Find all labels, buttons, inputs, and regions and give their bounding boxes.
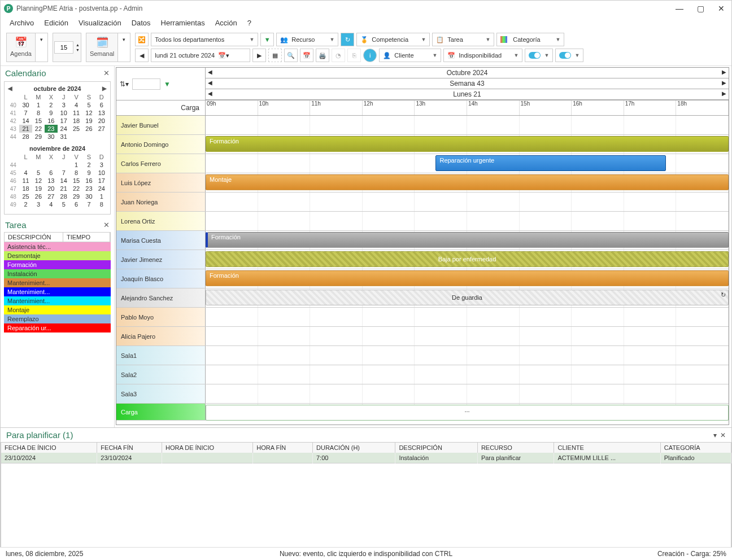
cal-day[interactable]: 1 — [95, 193, 108, 200]
cal-day[interactable]: 20 — [45, 185, 57, 193]
grid-cell[interactable] — [676, 365, 729, 384]
menu-visualización[interactable]: Visualización — [79, 19, 121, 27]
grid-cell[interactable] — [363, 327, 415, 345]
cal-day[interactable]: 25 — [70, 125, 82, 133]
resource-label[interactable]: Sala3 — [116, 384, 206, 403]
cal-prev[interactable]: ◀ — [8, 85, 12, 91]
grid-cell[interactable] — [310, 384, 363, 403]
band-prev[interactable]: ◀ — [208, 69, 212, 75]
plan-panel-close[interactable]: ✕ — [720, 431, 726, 439]
grid-cell[interactable] — [363, 365, 415, 384]
band-prev[interactable]: ◀ — [208, 80, 212, 86]
cal-day[interactable]: 28 — [19, 133, 32, 141]
cal-day[interactable]: 19 — [32, 185, 45, 193]
grid-cell[interactable] — [206, 212, 258, 230]
grid-cell[interactable] — [258, 327, 311, 345]
grid-cell[interactable] — [624, 365, 677, 384]
tarea-item[interactable]: Reemplazo — [4, 314, 111, 323]
cal-day[interactable]: 23 — [82, 185, 95, 193]
tarea-item[interactable]: Mantenimient... — [4, 278, 111, 287]
cal-day[interactable]: 8 — [32, 109, 45, 117]
grid-cell[interactable] — [676, 327, 729, 345]
grid-cell[interactable] — [520, 212, 572, 230]
grid-cell[interactable] — [624, 193, 677, 211]
grid-cell[interactable] — [624, 116, 677, 134]
toggle-1[interactable]: ▼ — [525, 49, 553, 62]
info-button[interactable]: i — [363, 49, 377, 62]
cal-day[interactable] — [58, 161, 70, 169]
select-tool-button[interactable]: ▦ — [268, 49, 282, 62]
cliente-dropdown[interactable]: 👤Cliente▼ — [379, 49, 441, 62]
cal-day[interactable] — [32, 161, 45, 169]
grid-cell[interactable] — [520, 384, 572, 403]
plan-col[interactable]: CLIENTE — [554, 443, 660, 453]
menu-?[interactable]: ? — [247, 19, 251, 27]
competencia-dropdown[interactable]: 🏅Competencia▼ — [356, 33, 430, 46]
grid-cell[interactable] — [676, 154, 729, 173]
semanal-button[interactable]: 🗓️ Semanal ▾ — [86, 33, 130, 62]
cal-day[interactable]: 5 — [82, 101, 95, 109]
tarea-col-desc[interactable]: DESCRIPCIÓN — [5, 233, 63, 242]
grid-cell[interactable] — [520, 327, 572, 345]
semanal-dropdown-arrow[interactable]: ▾ — [117, 33, 130, 62]
cal-day[interactable]: 8 — [95, 200, 108, 208]
cal-day[interactable]: 6 — [95, 101, 108, 109]
grid-cell[interactable] — [467, 327, 520, 345]
grid-cell[interactable] — [415, 308, 467, 326]
resource-label[interactable]: Juan Noriega — [116, 193, 206, 211]
grid-cell[interactable] — [363, 346, 415, 365]
schedule-bar[interactable]: Montaje — [206, 174, 729, 190]
cal-day[interactable]: 13 — [95, 109, 108, 117]
cal-day[interactable]: 18 — [19, 185, 32, 193]
cal-day[interactable]: 19 — [82, 117, 95, 125]
cal-day[interactable]: 12 — [82, 109, 95, 117]
resource-label[interactable]: Joaquín Blasco — [116, 269, 206, 288]
cal-day[interactable]: 31 — [58, 133, 70, 141]
cal-day[interactable]: 26 — [82, 125, 95, 133]
grid-cell[interactable] — [467, 116, 520, 134]
grid-cell[interactable] — [310, 212, 363, 230]
grid-cell[interactable] — [258, 384, 311, 403]
schedule-bar[interactable]: De guardia↻ — [206, 290, 729, 305]
cal-day[interactable]: 7 — [58, 169, 70, 177]
cal-day[interactable]: 21 — [58, 185, 70, 193]
schedule-band[interactable]: Lunes 21◀▶ — [206, 89, 729, 100]
plan-col[interactable]: RECURSO — [477, 443, 554, 453]
cal-day[interactable] — [19, 161, 32, 169]
grid-cell[interactable] — [415, 193, 467, 211]
grid-cell[interactable] — [206, 346, 258, 365]
schedule-bar[interactable]: Reparación urgente — [435, 155, 665, 171]
cal-day[interactable]: 2 — [19, 200, 32, 208]
plan-row[interactable]: 23/10/202423/10/20247:00InstalaciónPara … — [1, 453, 731, 463]
grid-cell[interactable] — [520, 116, 572, 134]
cal-day[interactable] — [45, 161, 57, 169]
resource-label[interactable]: Marisa Cuesta — [116, 231, 206, 250]
cal-day[interactable]: 15 — [32, 117, 45, 125]
spinner-up[interactable]: ▲ — [76, 42, 80, 47]
grid-cell[interactable] — [572, 346, 624, 365]
cal-day[interactable]: 15 — [70, 177, 82, 185]
cal-day[interactable]: 9 — [45, 109, 57, 117]
grid-cell[interactable] — [258, 212, 311, 230]
indispon-dropdown[interactable]: 📅Indisponibilidad▼ — [443, 49, 522, 62]
minimize-button[interactable]: — — [676, 4, 683, 13]
resource-label[interactable]: Pablo Moyo — [116, 308, 206, 326]
cal-day[interactable]: 20 — [95, 117, 108, 125]
tarea-item[interactable]: Montaje — [4, 305, 111, 314]
cal-day[interactable]: 25 — [19, 193, 32, 200]
cal-day[interactable]: 7 — [82, 200, 95, 208]
grid-cell[interactable] — [676, 384, 729, 403]
grid-cell[interactable] — [676, 212, 729, 230]
grid-cell[interactable] — [310, 346, 363, 365]
schedule-band[interactable]: Semana 43◀▶ — [206, 78, 729, 89]
resource-label[interactable]: Alicia Pajero — [116, 327, 206, 345]
grid-cell[interactable] — [363, 308, 415, 326]
menu-archivo[interactable]: Archivo — [10, 19, 34, 27]
tarea-item[interactable]: Desmontaje — [4, 251, 111, 260]
cal-day[interactable]: 7 — [19, 109, 32, 117]
grid-cell[interactable] — [467, 212, 520, 230]
cal-day[interactable]: 3 — [95, 161, 108, 169]
sort-icon[interactable]: ⇅▾ — [120, 80, 129, 88]
cal-day[interactable]: 30 — [45, 133, 57, 141]
today-button[interactable]: 📅 — [300, 49, 313, 62]
